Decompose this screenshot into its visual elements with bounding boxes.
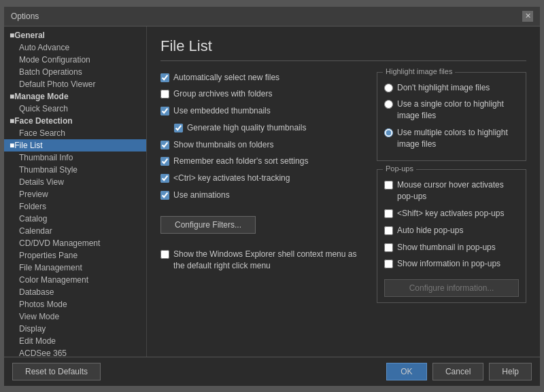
show-thumbnails-checkbox[interactable]	[160, 141, 169, 149]
single-color-row[interactable]: Use a single color to highlight image fi…	[384, 99, 519, 122]
ctrl-hottrack-checkbox[interactable]	[160, 174, 169, 183]
sidebar-item-calendar[interactable]: Calendar	[4, 225, 146, 237]
no-highlight-row[interactable]: Don't highlight image files	[384, 82, 519, 94]
sidebar-item-face-detection[interactable]: ■Face Detection	[4, 115, 146, 127]
auto-select-row[interactable]: Automatically select new files	[160, 72, 363, 84]
no-highlight-radio[interactable]	[384, 84, 393, 92]
highlight-group: Highlight image files Don't highlight im…	[377, 72, 526, 162]
sidebar-item-cd-dvd[interactable]: CD/DVD Management	[4, 237, 146, 249]
multi-color-row[interactable]: Use multiple colors to highlight image f…	[384, 127, 519, 150]
sidebar: ■GeneralAuto AdvanceMode ConfigurationBa…	[4, 26, 147, 357]
sidebar-item-edit-mode[interactable]: Edit Mode	[4, 335, 146, 347]
single-color-radio[interactable]	[384, 100, 393, 109]
sidebar-item-display[interactable]: Display	[4, 323, 146, 335]
shell-context-row[interactable]: Show the Windows Explorer shell context …	[160, 249, 363, 272]
popups-group-title: Pop-ups	[383, 164, 416, 173]
high-quality-label: Generate high quality thumbnails	[187, 122, 306, 134]
highlight-group-title: Highlight image files	[383, 67, 455, 75]
embedded-thumbnails-label: Use embedded thumbnails	[173, 105, 271, 117]
ctrl-hottrack-label: <Ctrl> key activates hot-tracking	[173, 173, 290, 184]
sidebar-item-mode-configuration[interactable]: Mode Configuration	[4, 54, 146, 66]
group-archives-checkbox[interactable]	[160, 90, 169, 99]
sidebar-item-database[interactable]: Database	[4, 286, 146, 298]
auto-hide-label: Auto hide pop-ups	[397, 225, 463, 236]
show-thumbnails-label: Show thumbnails on folders	[173, 139, 273, 151]
left-column: Automatically select new files Group arc…	[160, 72, 363, 312]
show-info-popup-checkbox[interactable]	[384, 260, 393, 268]
remember-sort-row[interactable]: Remember each folder's sort settings	[160, 156, 363, 167]
embedded-thumbnails-row[interactable]: Use embedded thumbnails	[160, 105, 363, 117]
auto-hide-checkbox[interactable]	[384, 226, 393, 235]
sidebar-item-color-management[interactable]: Color Management	[4, 274, 146, 286]
remember-sort-checkbox[interactable]	[160, 157, 169, 166]
show-info-popup-label: Show information in pop-ups	[397, 258, 500, 270]
footer: Reset to Defaults OK Cancel Help	[4, 357, 540, 386]
sidebar-item-file-management[interactable]: File Management	[4, 262, 146, 274]
multi-color-radio[interactable]	[384, 128, 393, 137]
shift-key-label: <Shift> key activates pop-ups	[397, 208, 504, 219]
sidebar-item-properties-pane[interactable]: Properties Pane	[4, 249, 146, 262]
right-column: Highlight image files Don't highlight im…	[377, 72, 526, 312]
ok-button[interactable]: OK	[386, 363, 427, 380]
no-highlight-label: Don't highlight image files	[397, 82, 490, 94]
sidebar-item-file-list[interactable]: ■File List	[4, 139, 146, 152]
highlight-group-content: Don't highlight image files Use a single…	[384, 82, 519, 150]
animations-checkbox[interactable]	[160, 191, 169, 200]
popups-group-content: Mouse cursor hover activates pop-ups <Sh…	[384, 179, 519, 297]
group-archives-label: Group archives with folders	[173, 88, 272, 100]
sidebar-item-catalog[interactable]: Catalog	[4, 213, 146, 225]
sidebar-item-face-search[interactable]: Face Search	[4, 127, 146, 139]
sidebar-item-preview[interactable]: Preview	[4, 188, 146, 200]
high-quality-checkbox[interactable]	[174, 124, 183, 132]
sidebar-item-general[interactable]: ■General	[4, 29, 146, 41]
show-thumbnail-popup-checkbox[interactable]	[384, 243, 393, 252]
auto-select-checkbox[interactable]	[160, 73, 169, 82]
page-title: File List	[160, 37, 526, 61]
mouse-hover-checkbox[interactable]	[384, 181, 393, 190]
configure-filters-button[interactable]: Configure Filters...	[160, 216, 256, 234]
high-quality-row[interactable]: Generate high quality thumbnails	[160, 122, 363, 134]
options-dialog: Options ✕ ■GeneralAuto AdvanceMode Confi…	[3, 6, 541, 387]
popups-group: Pop-ups Mouse cursor hover activates pop…	[377, 169, 526, 303]
sidebar-item-thumbnail-style[interactable]: Thumbnail Style	[4, 164, 146, 176]
configure-info-button[interactable]: Configure information...	[384, 279, 519, 297]
sidebar-item-quick-search[interactable]: Quick Search	[4, 103, 146, 115]
sidebar-item-acdsee-365[interactable]: ACDSee 365	[4, 347, 146, 357]
columns: Automatically select new files Group arc…	[160, 72, 526, 312]
dialog-title: Options	[11, 12, 39, 21]
shift-key-checkbox[interactable]	[384, 209, 393, 218]
help-button[interactable]: Help	[489, 363, 532, 380]
mouse-hover-label: Mouse cursor hover activates pop-ups	[397, 179, 519, 202]
ctrl-hottrack-row[interactable]: <Ctrl> key activates hot-tracking	[160, 173, 363, 184]
shell-context-checkbox[interactable]	[160, 250, 169, 259]
sidebar-item-batch-operations[interactable]: Batch Operations	[4, 66, 146, 78]
remember-sort-label: Remember each folder's sort settings	[173, 156, 308, 167]
animations-row[interactable]: Use animations	[160, 190, 363, 201]
auto-hide-row[interactable]: Auto hide pop-ups	[384, 225, 519, 236]
animations-label: Use animations	[173, 190, 230, 201]
sidebar-item-folders[interactable]: Folders	[4, 200, 146, 213]
footer-right: OK Cancel Help	[386, 363, 532, 380]
sidebar-item-manage-mode[interactable]: ■Manage Mode	[4, 90, 146, 103]
group-archives-row[interactable]: Group archives with folders	[160, 88, 363, 100]
sidebar-item-view-mode[interactable]: View Mode	[4, 310, 146, 323]
show-thumbnails-row[interactable]: Show thumbnails on folders	[160, 139, 363, 151]
sidebar-item-photos-mode[interactable]: Photos Mode	[4, 298, 146, 310]
sidebar-item-auto-advance[interactable]: Auto Advance	[4, 41, 146, 54]
footer-left: Reset to Defaults	[12, 363, 101, 380]
cancel-button[interactable]: Cancel	[432, 363, 483, 380]
sidebar-item-default-photo-viewer[interactable]: Default Photo Viewer	[4, 78, 146, 90]
mouse-hover-row[interactable]: Mouse cursor hover activates pop-ups	[384, 179, 519, 202]
shift-key-row[interactable]: <Shift> key activates pop-ups	[384, 208, 519, 219]
auto-select-label: Automatically select new files	[173, 72, 279, 84]
right-panel: File List Automatically select new files…	[147, 26, 540, 357]
sidebar-item-details-view[interactable]: Details View	[4, 176, 146, 188]
sidebar-item-thumbnail-info[interactable]: Thumbnail Info	[4, 152, 146, 164]
embedded-thumbnails-checkbox[interactable]	[160, 107, 169, 115]
reset-defaults-button[interactable]: Reset to Defaults	[12, 363, 101, 380]
multi-color-label: Use multiple colors to highlight image f…	[397, 127, 519, 150]
show-thumbnail-popup-row[interactable]: Show thumbnail in pop-ups	[384, 242, 519, 253]
close-button[interactable]: ✕	[522, 11, 533, 22]
show-thumbnail-popup-label: Show thumbnail in pop-ups	[397, 242, 496, 253]
show-info-popup-row[interactable]: Show information in pop-ups	[384, 258, 519, 270]
